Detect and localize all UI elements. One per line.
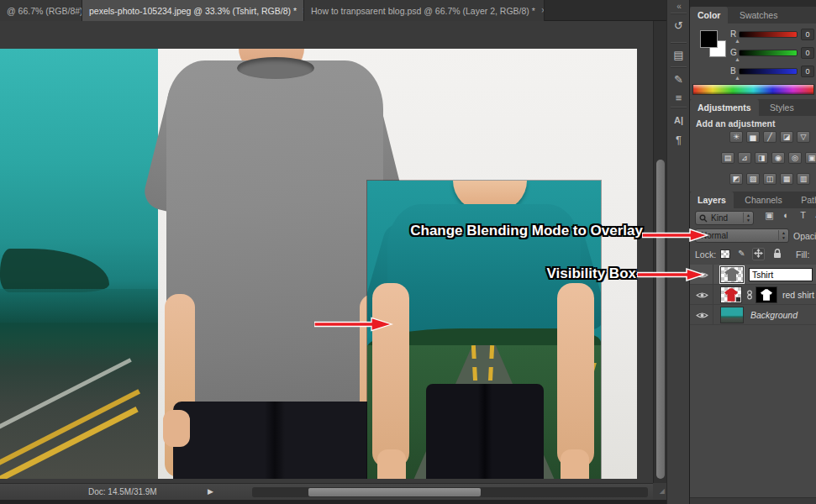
water (0, 289, 158, 323)
paragraph-panel-icon[interactable]: ¶ (667, 131, 690, 150)
scrollbar-corner: ◢ (653, 483, 666, 500)
search-icon (699, 214, 708, 223)
tab-channels[interactable]: Channels (737, 192, 789, 208)
overlay-hand-left (377, 449, 406, 479)
panel-column: Color Swatches R ▲ 0 G ▲ 0 B (689, 0, 816, 504)
channel-mixer-icon[interactable]: ◎ (788, 152, 802, 164)
road-yellow-line (0, 389, 140, 466)
threshold-icon[interactable]: ◫ (763, 173, 777, 185)
horizontal-scrollbar[interactable] (252, 487, 648, 497)
chevron-updown-icon: ▲▼ (743, 213, 750, 223)
clone-source-panel-icon[interactable]: ▤ (667, 46, 690, 65)
brightness-contrast-icon[interactable]: ☀ (729, 131, 743, 143)
filter-adjustment-layers-icon[interactable]: ◐ (779, 209, 793, 222)
document-tab-3[interactable]: How to tranpsarent blog.psd @ 66.7% (Lay… (304, 0, 545, 21)
tab-label: @ 66.7% (RGB/8#) (7, 6, 82, 16)
adjustments-panel-tabs: Adjustments Styles (690, 99, 816, 116)
layer-thumbnail-red-shirt[interactable] (720, 286, 742, 303)
layer-thumbnail-tshirt[interactable] (720, 266, 744, 283)
foreground-background-swatches[interactable] (700, 30, 734, 62)
tab-adjustments[interactable]: Adjustments (690, 99, 759, 116)
document-tab-2-active[interactable]: pexels-photo-105234.jpeg @ 33.3% (Tshirt… (82, 0, 304, 21)
lock-image-brush-icon[interactable]: ✎ (735, 248, 748, 260)
dock-divider (671, 107, 687, 108)
model-pants (173, 402, 376, 479)
layer-row-background[interactable]: Background (690, 305, 816, 325)
kind-label: Kind (711, 212, 728, 224)
lock-position-move-icon[interactable] (752, 248, 765, 260)
lock-all-padlock-icon[interactable] (771, 248, 783, 260)
visibility-toggle[interactable] (690, 305, 713, 325)
color-spectrum-ramp[interactable] (692, 84, 814, 95)
blue-value-field[interactable]: 0 (801, 66, 814, 77)
tab-layers[interactable]: Layers (690, 192, 734, 208)
green-value-field[interactable]: 0 (801, 47, 814, 59)
vertical-scrollbar-thumb[interactable] (656, 160, 665, 479)
red-slider-thumb[interactable]: ▲ (734, 38, 740, 44)
tshirt-thumb-shape (724, 268, 740, 281)
layer-filter-kind-dropdown[interactable]: Kind ▲▼ (695, 211, 754, 225)
document-tab-1[interactable]: @ 66.7% (RGB/8#) × (0, 0, 82, 21)
green-slider[interactable] (739, 50, 798, 56)
canvas-pasteboard (0, 21, 653, 483)
tab-color[interactable]: Color (690, 7, 728, 24)
chevron-updown-icon: ▲▼ (778, 230, 786, 240)
filter-shape-layers-icon[interactable]: ▱ (812, 209, 816, 222)
layers-panel-body: Kind ▲▼ ▣ ◐ T ▱ Normal ▲▼ Opacity: Lock:… (690, 208, 816, 497)
collapse-panels-icon[interactable]: « (667, 2, 690, 11)
layer-row-tshirt[interactable] (690, 265, 816, 285)
lock-buttons: ✎ (719, 248, 794, 261)
color-lookup-icon[interactable]: ▣ (805, 152, 816, 164)
black-white-icon[interactable]: ◨ (755, 152, 768, 164)
character-panel-icon[interactable]: A| (667, 111, 690, 129)
blue-slider-thumb[interactable]: ▲ (734, 75, 740, 81)
status-flyout-icon[interactable]: ▶ (208, 487, 213, 496)
exposure-icon[interactable]: ◪ (780, 131, 793, 143)
red-value-field[interactable]: 0 (801, 29, 814, 40)
invert-icon[interactable]: ◩ (729, 173, 743, 185)
photo-filter-icon[interactable]: ◉ (771, 152, 785, 164)
blue-slider[interactable] (739, 68, 798, 75)
tool-presets-panel-icon[interactable]: ≡ (667, 89, 690, 108)
color-panel-body: R ▲ 0 G ▲ 0 B ▲ 0 (690, 24, 816, 81)
spectrum-body (690, 81, 816, 99)
dock-divider (671, 66, 687, 68)
red-slider[interactable] (739, 31, 798, 38)
tab-styles[interactable]: Styles (762, 99, 802, 116)
opacity-label: Opacity: (793, 231, 816, 241)
lock-transparency-icon[interactable] (720, 249, 730, 259)
curves-icon[interactable]: ╱ (763, 131, 777, 143)
layers-panel-tabs: Layers Channels Paths (690, 192, 816, 208)
layer-thumbnail-background[interactable] (720, 307, 744, 323)
document-canvas[interactable] (0, 49, 637, 479)
selective-color-icon[interactable]: ▥ (797, 173, 810, 185)
filter-type-layers-icon[interactable]: T (796, 209, 810, 222)
layer-name: red shirt (782, 290, 814, 300)
vibrance-icon[interactable]: ▽ (797, 131, 810, 143)
horizontal-scrollbar-thumb[interactable] (308, 488, 481, 496)
close-icon[interactable]: × (541, 6, 545, 15)
layer-row-red-shirt[interactable]: red shirt (690, 285, 816, 305)
color-balance-icon[interactable]: ⊿ (738, 152, 751, 164)
treeline (0, 249, 109, 292)
hue-saturation-icon[interactable]: ▤ (721, 152, 734, 164)
mask-link-icon[interactable] (746, 290, 753, 300)
filter-pixel-layers-icon[interactable]: ▣ (762, 209, 777, 222)
vertical-scrollbar[interactable] (653, 21, 666, 483)
color-panel-tabs: Color Swatches (690, 7, 816, 24)
green-slider-thumb[interactable]: ▲ (734, 56, 740, 62)
layer-name-edit-field[interactable] (749, 268, 813, 281)
history-panel-icon[interactable]: ↺ (667, 17, 690, 35)
posterize-icon[interactable]: ▨ (746, 173, 760, 185)
tab-swatches[interactable]: Swatches (732, 7, 786, 24)
gradient-map-icon[interactable]: ▦ (780, 173, 793, 185)
layer-mask-thumbnail[interactable] (755, 286, 777, 303)
tab-label: pexels-photo-105234.jpeg @ 33.3% (Tshirt… (89, 6, 297, 16)
foreground-color-swatch[interactable] (700, 30, 718, 48)
levels-icon[interactable]: ▅ (746, 131, 760, 143)
visibility-toggle[interactable] (690, 285, 713, 305)
brush-presets-panel-icon[interactable]: ✎ (667, 71, 690, 89)
photoshop-window: @ 66.7% (RGB/8#) × pexels-photo-105234.j… (0, 0, 816, 504)
padlock-icon (772, 248, 782, 259)
tab-paths[interactable]: Paths (793, 192, 816, 208)
